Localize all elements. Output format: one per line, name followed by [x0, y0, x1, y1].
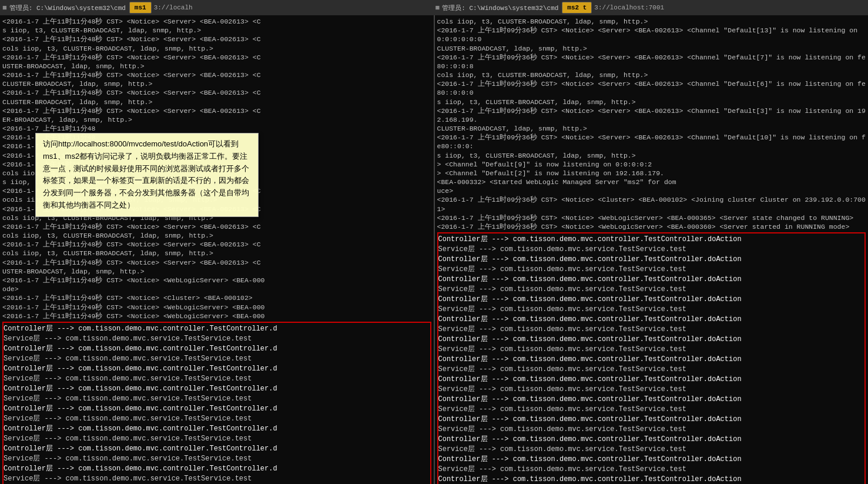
taskbar-url-right: 3://localhost:7001 [594, 4, 664, 11]
taskbar: ■ 管理员: C:\Windows\system32\cmd.exe - sta… [0, 0, 868, 15]
right-pane-body: cols iiop, t3, CLUSTER-BROADCAST, ldap, … [435, 15, 869, 484]
left-log-highlighted: Controller层 ---> com.tisson.demo.mvc.con… [2, 322, 431, 484]
right-log-highlighted: Controller层 ---> com.tisson.demo.mvc.con… [437, 232, 866, 484]
cmd-icon-right: ■ [435, 4, 440, 12]
taskbar-url-left: 3://localh [154, 4, 193, 11]
ms2-tab[interactable]: ms2 t [562, 2, 592, 14]
left-pane: <2016-1-7 上午11时11分48秒 CST> <Notice> <Ser… [0, 15, 435, 484]
left-pane-body: <2016-1-7 上午11时11分48秒 CST> <Notice> <Ser… [0, 15, 434, 484]
split-container: <2016-1-7 上午11时11分48秒 CST> <Notice> <Ser… [0, 15, 868, 484]
annotation-overlay: 访问http://localhost:8000/mvcdemo/test/doA… [35, 133, 259, 217]
ms1-tab[interactable]: ms1 [129, 2, 152, 14]
taskbar-title-left: 管理员: C:\Windows\system32\cmd.exe - start… [9, 4, 127, 12]
right-log-normal: cols iiop, t3, CLUSTER-BROADCAST, ldap, … [437, 17, 866, 231]
right-pane: cols iiop, t3, CLUSTER-BROADCAST, ldap, … [435, 15, 869, 484]
taskbar-title-right: 管理员: C:\Windows\system32\cmd.exe - start… [442, 4, 559, 12]
cmd-icon-left: ■ [2, 4, 7, 12]
